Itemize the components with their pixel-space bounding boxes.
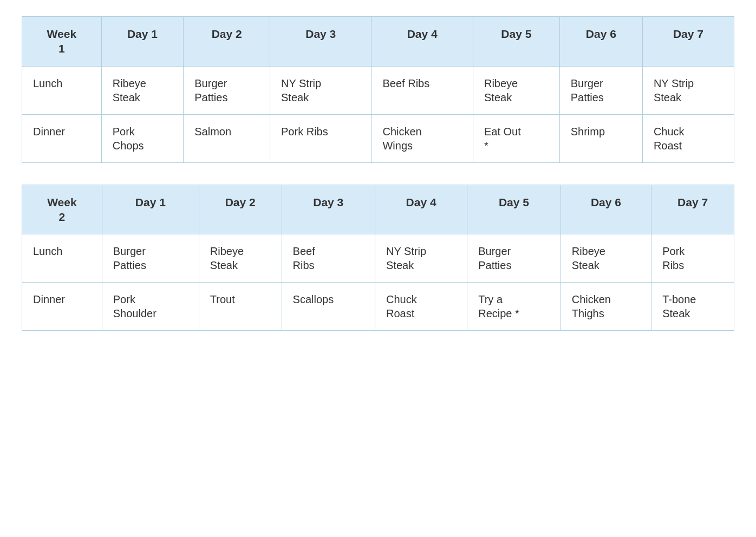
week2-lunch-day5: Burger Patties: [467, 234, 561, 283]
week2-lunch-day6: Ribeye Steak: [561, 234, 651, 283]
week2-lunch-row: Lunch Burger Patties Ribeye Steak Beef R…: [22, 234, 734, 283]
week2-label: Week 2: [22, 185, 102, 234]
week1-label: Week 1: [22, 17, 102, 67]
week2-table: Week 2 Day 1 Day 2 Day 3 Day 4 Day 5 Day…: [22, 185, 734, 331]
week1-day6-header: Day 6: [559, 17, 642, 67]
week2-lunch-day7: Pork Ribs: [651, 234, 734, 283]
week2-dinner-day5: Try a Recipe *: [467, 283, 561, 331]
week1-day5-header: Day 5: [473, 17, 559, 67]
week1-day2-header: Day 2: [184, 17, 270, 67]
week1-lunch-day4: Beef Ribs: [372, 66, 473, 114]
week2-lunch-day2: Ribeye Steak: [199, 234, 282, 283]
week2-day6-header: Day 6: [561, 185, 651, 234]
week1-lunch-day7: NY Strip Steak: [642, 66, 734, 114]
week2-day4-header: Day 4: [375, 185, 467, 234]
week1-day4-header: Day 4: [372, 17, 473, 67]
week1-dinner-day4: Chicken Wings: [372, 114, 473, 162]
week1-dinner-day2: Salmon: [184, 114, 270, 162]
week1-lunch-label: Lunch: [22, 66, 102, 114]
week1-lunch-day5: Ribeye Steak: [473, 66, 559, 114]
week1-dinner-label: Dinner: [22, 114, 102, 162]
week1-lunch-day1: Ribeye Steak: [101, 66, 184, 114]
week2-day7-header: Day 7: [651, 185, 734, 234]
week1-table: Week 1 Day 1 Day 2 Day 3 Day 4 Day 5 Day…: [22, 16, 734, 163]
week2-day3-header: Day 3: [282, 185, 375, 234]
week2-day1-header: Day 1: [102, 185, 199, 234]
week1-day7-header: Day 7: [642, 17, 734, 67]
week2-dinner-day1: Pork Shoulder: [102, 283, 199, 331]
week2-lunch-day1: Burger Patties: [102, 234, 199, 283]
week1-day1-header: Day 1: [101, 17, 184, 67]
week1-dinner-day7: Chuck Roast: [642, 114, 734, 162]
week2-dinner-day7: T-bone Steak: [651, 283, 734, 331]
week1-dinner-day5: Eat Out *: [473, 114, 559, 162]
week1-dinner-day1: Pork Chops: [101, 114, 184, 162]
week1-lunch-day3: NY Strip Steak: [270, 66, 372, 114]
week1-lunch-day6: Burger Patties: [559, 66, 642, 114]
week2-lunch-day4: NY Strip Steak: [375, 234, 467, 283]
week1-lunch-row: Lunch Ribeye Steak Burger Patties NY Str…: [22, 66, 734, 114]
week1-dinner-day6: Shrimp: [559, 114, 642, 162]
week2-day5-header: Day 5: [467, 185, 561, 234]
week1-dinner-row: Dinner Pork Chops Salmon Pork Ribs Chick…: [22, 114, 734, 162]
week2-dinner-day2: Trout: [199, 283, 282, 331]
week2-dinner-day3: Scallops: [282, 283, 375, 331]
week2-day2-header: Day 2: [199, 185, 282, 234]
week2-lunch-day3: Beef Ribs: [282, 234, 375, 283]
week1-day3-header: Day 3: [270, 17, 372, 67]
week1-dinner-day3: Pork Ribs: [270, 114, 372, 162]
week2-dinner-row: Dinner Pork Shoulder Trout Scallops Chuc…: [22, 283, 734, 331]
week2-dinner-day4: Chuck Roast: [375, 283, 467, 331]
week2-dinner-day6: Chicken Thighs: [561, 283, 651, 331]
week2-dinner-label: Dinner: [22, 283, 102, 331]
week2-lunch-label: Lunch: [22, 234, 102, 283]
week1-lunch-day2: Burger Patties: [184, 66, 270, 114]
